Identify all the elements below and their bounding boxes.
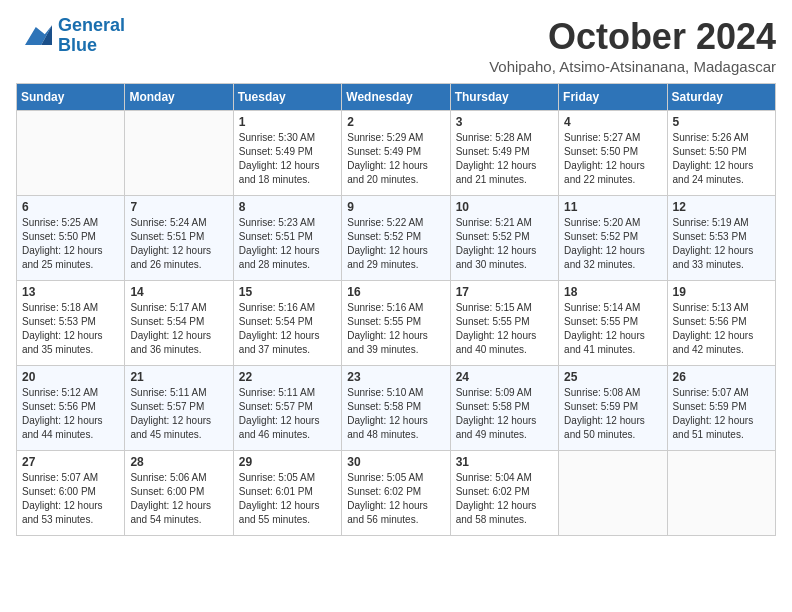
day-info: Sunrise: 5:30 AM Sunset: 5:49 PM Dayligh… bbox=[239, 131, 336, 187]
day-info: Sunrise: 5:20 AM Sunset: 5:52 PM Dayligh… bbox=[564, 216, 661, 272]
day-number: 27 bbox=[22, 455, 119, 469]
day-number: 31 bbox=[456, 455, 553, 469]
calendar-cell: 27Sunrise: 5:07 AM Sunset: 6:00 PM Dayli… bbox=[17, 451, 125, 536]
calendar-cell: 13Sunrise: 5:18 AM Sunset: 5:53 PM Dayli… bbox=[17, 281, 125, 366]
day-number: 8 bbox=[239, 200, 336, 214]
calendar-cell: 9Sunrise: 5:22 AM Sunset: 5:52 PM Daylig… bbox=[342, 196, 450, 281]
day-info: Sunrise: 5:07 AM Sunset: 6:00 PM Dayligh… bbox=[22, 471, 119, 527]
calendar-cell: 10Sunrise: 5:21 AM Sunset: 5:52 PM Dayli… bbox=[450, 196, 558, 281]
calendar-cell: 16Sunrise: 5:16 AM Sunset: 5:55 PM Dayli… bbox=[342, 281, 450, 366]
calendar-cell: 21Sunrise: 5:11 AM Sunset: 5:57 PM Dayli… bbox=[125, 366, 233, 451]
calendar-cell: 29Sunrise: 5:05 AM Sunset: 6:01 PM Dayli… bbox=[233, 451, 341, 536]
day-number: 4 bbox=[564, 115, 661, 129]
day-number: 21 bbox=[130, 370, 227, 384]
week-row-4: 20Sunrise: 5:12 AM Sunset: 5:56 PM Dayli… bbox=[17, 366, 776, 451]
day-info: Sunrise: 5:09 AM Sunset: 5:58 PM Dayligh… bbox=[456, 386, 553, 442]
day-number: 22 bbox=[239, 370, 336, 384]
calendar-cell: 14Sunrise: 5:17 AM Sunset: 5:54 PM Dayli… bbox=[125, 281, 233, 366]
day-number: 17 bbox=[456, 285, 553, 299]
calendar-cell: 1Sunrise: 5:30 AM Sunset: 5:49 PM Daylig… bbox=[233, 111, 341, 196]
calendar-cell bbox=[559, 451, 667, 536]
calendar-cell bbox=[125, 111, 233, 196]
day-number: 2 bbox=[347, 115, 444, 129]
calendar-cell: 19Sunrise: 5:13 AM Sunset: 5:56 PM Dayli… bbox=[667, 281, 775, 366]
week-row-2: 6Sunrise: 5:25 AM Sunset: 5:50 PM Daylig… bbox=[17, 196, 776, 281]
day-info: Sunrise: 5:10 AM Sunset: 5:58 PM Dayligh… bbox=[347, 386, 444, 442]
day-info: Sunrise: 5:16 AM Sunset: 5:54 PM Dayligh… bbox=[239, 301, 336, 357]
day-info: Sunrise: 5:28 AM Sunset: 5:49 PM Dayligh… bbox=[456, 131, 553, 187]
day-info: Sunrise: 5:08 AM Sunset: 5:59 PM Dayligh… bbox=[564, 386, 661, 442]
calendar-cell: 15Sunrise: 5:16 AM Sunset: 5:54 PM Dayli… bbox=[233, 281, 341, 366]
calendar-cell: 23Sunrise: 5:10 AM Sunset: 5:58 PM Dayli… bbox=[342, 366, 450, 451]
day-info: Sunrise: 5:21 AM Sunset: 5:52 PM Dayligh… bbox=[456, 216, 553, 272]
day-info: Sunrise: 5:06 AM Sunset: 6:00 PM Dayligh… bbox=[130, 471, 227, 527]
day-number: 23 bbox=[347, 370, 444, 384]
day-info: Sunrise: 5:23 AM Sunset: 5:51 PM Dayligh… bbox=[239, 216, 336, 272]
calendar-cell: 5Sunrise: 5:26 AM Sunset: 5:50 PM Daylig… bbox=[667, 111, 775, 196]
day-number: 15 bbox=[239, 285, 336, 299]
day-number: 14 bbox=[130, 285, 227, 299]
page-header: General Blue October 2024 Vohipaho, Atsi… bbox=[16, 16, 776, 75]
day-info: Sunrise: 5:19 AM Sunset: 5:53 PM Dayligh… bbox=[673, 216, 770, 272]
day-number: 11 bbox=[564, 200, 661, 214]
day-info: Sunrise: 5:16 AM Sunset: 5:55 PM Dayligh… bbox=[347, 301, 444, 357]
calendar-cell: 30Sunrise: 5:05 AM Sunset: 6:02 PM Dayli… bbox=[342, 451, 450, 536]
calendar-cell: 22Sunrise: 5:11 AM Sunset: 5:57 PM Dayli… bbox=[233, 366, 341, 451]
week-row-3: 13Sunrise: 5:18 AM Sunset: 5:53 PM Dayli… bbox=[17, 281, 776, 366]
day-number: 6 bbox=[22, 200, 119, 214]
column-header-thursday: Thursday bbox=[450, 84, 558, 111]
calendar-table: SundayMondayTuesdayWednesdayThursdayFrid… bbox=[16, 83, 776, 536]
calendar-cell: 20Sunrise: 5:12 AM Sunset: 5:56 PM Dayli… bbox=[17, 366, 125, 451]
week-row-5: 27Sunrise: 5:07 AM Sunset: 6:00 PM Dayli… bbox=[17, 451, 776, 536]
calendar-cell: 28Sunrise: 5:06 AM Sunset: 6:00 PM Dayli… bbox=[125, 451, 233, 536]
calendar-cell: 25Sunrise: 5:08 AM Sunset: 5:59 PM Dayli… bbox=[559, 366, 667, 451]
column-header-monday: Monday bbox=[125, 84, 233, 111]
calendar-cell: 31Sunrise: 5:04 AM Sunset: 6:02 PM Dayli… bbox=[450, 451, 558, 536]
day-number: 20 bbox=[22, 370, 119, 384]
day-number: 25 bbox=[564, 370, 661, 384]
column-header-saturday: Saturday bbox=[667, 84, 775, 111]
day-number: 3 bbox=[456, 115, 553, 129]
day-info: Sunrise: 5:29 AM Sunset: 5:49 PM Dayligh… bbox=[347, 131, 444, 187]
column-header-friday: Friday bbox=[559, 84, 667, 111]
calendar-cell: 12Sunrise: 5:19 AM Sunset: 5:53 PM Dayli… bbox=[667, 196, 775, 281]
day-info: Sunrise: 5:15 AM Sunset: 5:55 PM Dayligh… bbox=[456, 301, 553, 357]
day-info: Sunrise: 5:18 AM Sunset: 5:53 PM Dayligh… bbox=[22, 301, 119, 357]
day-number: 12 bbox=[673, 200, 770, 214]
column-header-tuesday: Tuesday bbox=[233, 84, 341, 111]
calendar-cell: 4Sunrise: 5:27 AM Sunset: 5:50 PM Daylig… bbox=[559, 111, 667, 196]
location-subtitle: Vohipaho, Atsimo-Atsinanana, Madagascar bbox=[489, 58, 776, 75]
calendar-cell bbox=[667, 451, 775, 536]
logo-icon bbox=[16, 18, 52, 54]
day-info: Sunrise: 5:11 AM Sunset: 5:57 PM Dayligh… bbox=[239, 386, 336, 442]
calendar-cell: 18Sunrise: 5:14 AM Sunset: 5:55 PM Dayli… bbox=[559, 281, 667, 366]
day-number: 16 bbox=[347, 285, 444, 299]
day-info: Sunrise: 5:07 AM Sunset: 5:59 PM Dayligh… bbox=[673, 386, 770, 442]
day-info: Sunrise: 5:25 AM Sunset: 5:50 PM Dayligh… bbox=[22, 216, 119, 272]
day-info: Sunrise: 5:05 AM Sunset: 6:01 PM Dayligh… bbox=[239, 471, 336, 527]
calendar-cell: 7Sunrise: 5:24 AM Sunset: 5:51 PM Daylig… bbox=[125, 196, 233, 281]
day-number: 10 bbox=[456, 200, 553, 214]
day-number: 24 bbox=[456, 370, 553, 384]
logo: General Blue bbox=[16, 16, 125, 56]
day-info: Sunrise: 5:22 AM Sunset: 5:52 PM Dayligh… bbox=[347, 216, 444, 272]
calendar-cell: 26Sunrise: 5:07 AM Sunset: 5:59 PM Dayli… bbox=[667, 366, 775, 451]
title-block: October 2024 Vohipaho, Atsimo-Atsinanana… bbox=[489, 16, 776, 75]
day-number: 18 bbox=[564, 285, 661, 299]
calendar-cell: 17Sunrise: 5:15 AM Sunset: 5:55 PM Dayli… bbox=[450, 281, 558, 366]
day-number: 28 bbox=[130, 455, 227, 469]
month-title: October 2024 bbox=[489, 16, 776, 58]
calendar-cell: 8Sunrise: 5:23 AM Sunset: 5:51 PM Daylig… bbox=[233, 196, 341, 281]
logo-text: General Blue bbox=[58, 16, 125, 56]
day-info: Sunrise: 5:04 AM Sunset: 6:02 PM Dayligh… bbox=[456, 471, 553, 527]
day-info: Sunrise: 5:14 AM Sunset: 5:55 PM Dayligh… bbox=[564, 301, 661, 357]
calendar-cell bbox=[17, 111, 125, 196]
day-info: Sunrise: 5:17 AM Sunset: 5:54 PM Dayligh… bbox=[130, 301, 227, 357]
calendar-cell: 2Sunrise: 5:29 AM Sunset: 5:49 PM Daylig… bbox=[342, 111, 450, 196]
day-info: Sunrise: 5:05 AM Sunset: 6:02 PM Dayligh… bbox=[347, 471, 444, 527]
day-number: 13 bbox=[22, 285, 119, 299]
day-number: 30 bbox=[347, 455, 444, 469]
day-number: 19 bbox=[673, 285, 770, 299]
calendar-cell: 3Sunrise: 5:28 AM Sunset: 5:49 PM Daylig… bbox=[450, 111, 558, 196]
day-number: 7 bbox=[130, 200, 227, 214]
